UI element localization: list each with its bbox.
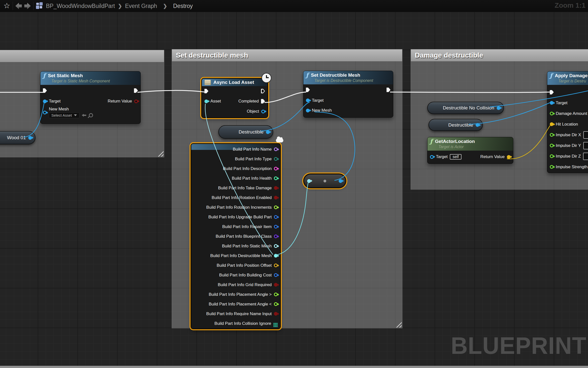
convert-dot-icon <box>324 180 326 182</box>
impulse-dir-x-pin-icon[interactable] <box>550 133 554 137</box>
node-destructible-getter-2[interactable]: Destructible <box>428 119 483 131</box>
node-break-build-part-info[interactable]: Build Part Info NameBuild Part Info Type… <box>191 144 280 329</box>
convert-in-pin-icon[interactable] <box>307 179 311 183</box>
target-pin-icon[interactable] <box>550 101 554 105</box>
node-async-load-asset[interactable]: Async Load Asset Asset Completed Object <box>202 78 268 118</box>
exec-in-pin-icon[interactable] <box>550 90 554 95</box>
node-convert-soft-reference[interactable] <box>304 174 346 188</box>
comment-bubble-icon[interactable] <box>276 138 283 142</box>
node-set-static-mesh[interactable]: ƒ Set Static Mesh Target is Static Mesh … <box>40 71 141 124</box>
exec-out-pin-icon[interactable] <box>261 89 265 93</box>
placement-angle-lt-pin-icon[interactable] <box>274 302 278 306</box>
exec-in-pin-icon[interactable] <box>306 88 310 92</box>
pin-row: Build Part Info Building Cost <box>191 270 280 280</box>
destructible-no-collision-out-pin-icon[interactable] <box>497 106 500 110</box>
node-apply-damage[interactable]: ƒ Apply Damage Target is Destru TargetDa… <box>547 71 588 173</box>
exec-out-pin-icon[interactable] <box>387 88 391 92</box>
node-subtitle: Target is Destructible Component <box>314 78 390 83</box>
exec-in-pin-icon[interactable] <box>43 88 47 93</box>
collision-ignore-pin-icon[interactable] <box>273 323 275 324</box>
new-mesh-pin-icon[interactable] <box>306 109 310 112</box>
blueprint-class-pin-icon[interactable] <box>274 234 278 238</box>
pin-value-box[interactable] <box>583 131 588 139</box>
target-pin-icon[interactable] <box>430 155 434 159</box>
return-value-pin-icon[interactable] <box>507 155 511 159</box>
building-cost-pin-icon[interactable] <box>274 273 278 277</box>
pin-row: Build Part Info Description <box>191 164 280 173</box>
latent-clock-icon <box>261 73 271 83</box>
object-pin-icon[interactable] <box>261 110 265 113</box>
comment-resize-grip[interactable] <box>395 321 402 328</box>
static-mesh-pin-icon[interactable] <box>274 244 278 248</box>
hit-location-pin-icon[interactable] <box>550 122 554 126</box>
pin-label: Completed <box>238 99 259 104</box>
take-damage-pin-icon[interactable] <box>274 186 278 190</box>
convert-out-pin-icon[interactable] <box>339 179 342 183</box>
exec-out-pin-icon[interactable] <box>134 88 138 93</box>
node-header: ƒ GetActorLocation Target is Actor <box>427 137 513 151</box>
comment-header[interactable]: Set destructible mesh <box>172 49 402 61</box>
node-wood01-component[interactable]: Wood 01 <box>0 131 35 144</box>
require-name-input-pin-icon[interactable] <box>274 312 278 316</box>
forward-arrow-icon[interactable] <box>24 3 31 9</box>
target-pin-icon[interactable] <box>306 99 310 102</box>
breadcrumb-event-graph[interactable]: Event Graph <box>125 3 157 9</box>
health-pin-icon[interactable] <box>274 176 278 180</box>
position-offset-pin-icon[interactable] <box>274 264 278 267</box>
reset-to-default-icon[interactable] <box>82 114 86 117</box>
impulse-dir-z-pin-icon[interactable] <box>550 154 554 158</box>
comment-header[interactable] <box>0 50 164 62</box>
select-asset-dropdown[interactable]: Select Asset <box>49 112 79 118</box>
description-pin-icon[interactable] <box>274 167 278 170</box>
pin-label: Target <box>556 100 567 105</box>
damage-amount-pin-icon[interactable] <box>550 112 554 115</box>
pin-label: Impulse Strength <box>556 165 588 169</box>
comment-resize-grip[interactable] <box>157 150 163 157</box>
placement-angle-gt-pin-icon[interactable] <box>274 293 278 296</box>
asset-pin-icon[interactable] <box>204 100 208 103</box>
pin-row: Build Part Info Name <box>191 144 280 154</box>
impulse-dir-y-pin-icon[interactable] <box>550 144 554 147</box>
browse-asset-icon[interactable] <box>89 113 93 117</box>
destructible-mesh-pin-icon[interactable] <box>274 254 278 258</box>
pin-label: Build Part Info Grid Required <box>218 282 272 287</box>
completed-exec-pin-icon[interactable] <box>261 99 265 103</box>
destructible-out-pin-icon[interactable] <box>266 130 270 134</box>
pin-label: Build Part Info Description <box>223 166 272 171</box>
node-destructible-getter[interactable]: Destructible <box>218 125 273 139</box>
pin-value-box[interactable] <box>583 153 588 160</box>
zoom-indicator: Zoom 1:1 <box>555 1 586 9</box>
name-pin-icon[interactable] <box>274 147 278 151</box>
new-mesh-pin-icon[interactable] <box>43 111 47 114</box>
async-task-icon <box>204 80 211 85</box>
rotation-enabled-pin-icon[interactable] <box>274 196 278 200</box>
upgrade-build-part-pin-icon[interactable] <box>274 215 278 219</box>
node-header: ƒ Set Destructible Mesh Target is Destru… <box>303 71 393 84</box>
target-pin-icon[interactable] <box>43 100 47 103</box>
wood01-out-pin-icon[interactable] <box>28 136 32 140</box>
horizontal-scrollbar[interactable] <box>0 366 588 368</box>
comment-header[interactable]: Damage destructible <box>411 49 588 61</box>
rotation-increments-pin-icon[interactable] <box>274 205 278 209</box>
node-get-actor-location[interactable]: ƒ GetActorLocation Target is Actor Targe… <box>427 137 513 164</box>
type-pin-icon[interactable] <box>274 157 278 161</box>
pin-label: Damage Amount <box>556 111 587 116</box>
exec-in-pin-icon[interactable] <box>204 89 208 93</box>
pin-list: TargetDamage AmountHit LocationImpulse D… <box>547 87 588 172</box>
grid-required-pin-icon[interactable] <box>274 283 278 287</box>
return-value-pin-icon[interactable] <box>134 100 138 103</box>
breadcrumb-destroy[interactable]: Destroy <box>173 3 193 9</box>
self-value-box[interactable]: self <box>450 154 461 160</box>
node-set-destructible-mesh[interactable]: ƒ Set Destructible Mesh Target is Destru… <box>303 71 393 118</box>
pin-row: Build Part Info Take Damage <box>191 183 280 193</box>
favorite-star-icon[interactable]: ☆ <box>3 2 10 9</box>
repair-item-pin-icon[interactable] <box>274 225 278 229</box>
node-destructible-no-collision-getter[interactable]: Destructible No Collision <box>427 102 504 114</box>
pin-value-box[interactable] <box>583 142 588 149</box>
breadcrumb-blueprint[interactable]: BP_WoodWindowBuildPart <box>46 3 115 9</box>
impulse-strength-pin-icon[interactable] <box>550 165 554 169</box>
pin-label: Build Part Info Collision Ignore <box>214 321 271 326</box>
destructible-out-pin-icon[interactable] <box>476 123 479 127</box>
chevron-right-icon: ❯ <box>118 3 122 9</box>
back-arrow-icon[interactable] <box>15 3 22 9</box>
